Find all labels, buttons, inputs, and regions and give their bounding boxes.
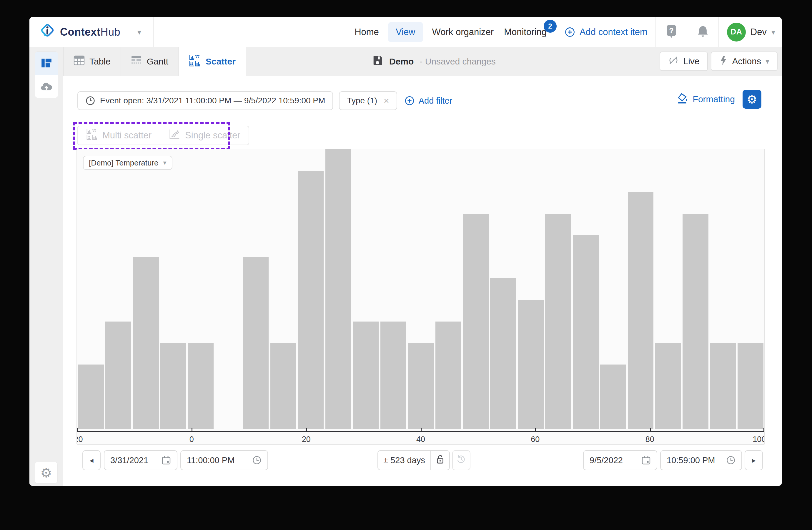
histogram-bar xyxy=(133,257,159,429)
nav-work-organizer[interactable]: Work organizer xyxy=(431,24,495,40)
save-icon[interactable] xyxy=(372,55,383,68)
range-duration-value[interactable]: ± 523 days xyxy=(378,456,431,465)
single-scatter-button[interactable]: Single scatter xyxy=(160,126,249,144)
bell-icon xyxy=(696,25,709,39)
type-filter-pill[interactable]: Type (1) × xyxy=(339,91,397,110)
formatting-group: Formatting ⚙ xyxy=(677,90,762,109)
histogram-bar xyxy=(160,343,186,429)
shift-range-forward-button[interactable]: ▸ xyxy=(745,450,763,470)
histogram-bar xyxy=(545,214,571,429)
add-context-item-button[interactable]: Add context item xyxy=(564,27,648,38)
actions-button[interactable]: Actions ▾ xyxy=(711,52,778,71)
document-title: Demo xyxy=(389,57,414,67)
multi-scatter-button[interactable]: Multi scatter xyxy=(78,126,160,144)
lock-open-icon xyxy=(435,454,445,466)
live-button[interactable]: Live xyxy=(659,52,708,71)
tab-gantt[interactable]: Gantt xyxy=(121,47,178,76)
end-date-value: 9/5/2022 xyxy=(590,456,623,465)
add-filter-button[interactable]: Add filter xyxy=(404,95,452,106)
end-time-field[interactable]: 10:59:00 PM xyxy=(660,450,742,470)
navbar-divider xyxy=(153,17,154,47)
calendar-icon xyxy=(641,456,651,465)
chart-settings-button[interactable]: ⚙ xyxy=(742,90,762,109)
histogram-bar xyxy=(408,343,434,429)
avatar: DA xyxy=(727,23,746,42)
gear-icon: ⚙ xyxy=(40,465,52,480)
x-axis-tick xyxy=(650,428,651,431)
remove-type-filter-icon[interactable]: × xyxy=(383,96,389,106)
contexthub-logo[interactable]: ContextHub xyxy=(40,24,120,40)
range-duration-group: ± 523 days xyxy=(377,450,450,470)
filter-bar: Event open: 3/31/2021 11:00:00 PM — 9/5/… xyxy=(77,91,452,110)
live-label: Live xyxy=(683,56,700,66)
histogram-bar xyxy=(298,171,324,429)
user-menu[interactable]: DA Dev ▾ xyxy=(727,23,775,42)
shift-range-back-button[interactable]: ◂ xyxy=(82,450,101,470)
histogram-bar xyxy=(353,322,379,429)
event-open-filter-pill[interactable]: Event open: 3/31/2021 11:00:00 PM — 9/5/… xyxy=(77,91,333,110)
x-axis-tick xyxy=(191,428,192,431)
notifications-button[interactable] xyxy=(695,24,710,40)
start-time-field[interactable]: 11:00:00 PM xyxy=(180,450,268,470)
reset-range-history-button[interactable] xyxy=(452,450,470,470)
histogram-bar xyxy=(325,149,351,429)
series-selector[interactable]: [Demo] Temperature ▾ xyxy=(83,156,172,170)
histogram-plot[interactable] xyxy=(77,149,764,429)
histogram-bar xyxy=(78,364,104,429)
nav-home[interactable]: Home xyxy=(353,24,380,40)
start-date-field[interactable]: 3/31/2021 xyxy=(104,450,177,470)
document-title-group: Demo - Unsaved changes xyxy=(372,47,496,76)
histogram-bar xyxy=(710,343,736,429)
upload-button[interactable] xyxy=(35,75,58,98)
x-axis-label: 0 xyxy=(189,435,194,444)
view-toolbar: Table Gantt xyxy=(29,47,782,76)
series-caret-icon: ▾ xyxy=(163,159,166,166)
tab-table[interactable]: Table xyxy=(63,47,121,76)
gear-icon: ⚙ xyxy=(747,93,757,106)
start-time-value: 11:00:00 PM xyxy=(187,456,234,465)
chevron-left-icon: ◂ xyxy=(89,456,93,465)
main-content: Event open: 3/31/2021 11:00:00 PM — 9/5/… xyxy=(63,76,782,486)
x-axis-label: -20 xyxy=(77,435,83,444)
histogram-bar xyxy=(573,235,599,429)
tab-scatter-label: Scatter xyxy=(206,57,236,67)
single-scatter-icon xyxy=(169,128,180,142)
formatting-label: Formatting xyxy=(693,94,735,104)
navbar-divider xyxy=(687,17,687,47)
formatting-button[interactable]: Formatting xyxy=(677,93,735,106)
end-date-field[interactable]: 9/5/2022 xyxy=(583,450,657,470)
tab-scatter[interactable]: Scatter xyxy=(178,47,246,76)
histogram-card: [Demo] Temperature ▾ -20020406080100 xyxy=(76,149,765,445)
sidebar-tool-card xyxy=(35,52,58,98)
x-axis-label: 40 xyxy=(416,435,425,444)
x-axis-tick xyxy=(535,428,536,431)
nav-monitoring[interactable]: Monitoring 2 xyxy=(503,24,548,40)
navbar-divider xyxy=(719,17,719,47)
histogram-bar xyxy=(243,257,269,429)
svg-text:?: ? xyxy=(669,27,673,35)
end-time-value: 10:59:00 PM xyxy=(667,456,715,465)
document-status: - Unsaved changes xyxy=(420,57,496,67)
series-selector-value: [Demo] Temperature xyxy=(89,158,159,168)
help-button[interactable]: ? xyxy=(664,23,679,41)
histogram-bar xyxy=(380,322,406,429)
layout-icon xyxy=(41,57,52,69)
x-axis-labels: -20020406080100 xyxy=(77,435,764,444)
actions-label: Actions xyxy=(732,56,761,66)
histogram-bar xyxy=(600,364,626,429)
actions-caret-icon: ▾ xyxy=(766,57,769,65)
settings-button[interactable]: ⚙ xyxy=(35,462,58,484)
calendar-icon xyxy=(161,456,171,465)
type-filter-label: Type (1) xyxy=(347,96,377,106)
nav-view[interactable]: View xyxy=(388,22,423,42)
workspace-caret-icon[interactable]: ▾ xyxy=(137,28,141,36)
help-icon: ? xyxy=(665,25,678,40)
live-off-icon xyxy=(668,55,679,68)
lock-range-button[interactable] xyxy=(431,451,449,470)
histogram-bar xyxy=(188,343,214,429)
clock-icon xyxy=(726,456,736,465)
plus-circle-icon xyxy=(564,27,576,38)
brand-name: ContextHub xyxy=(60,26,120,38)
layout-panel-button[interactable] xyxy=(35,52,58,75)
histogram-bar xyxy=(655,343,681,429)
